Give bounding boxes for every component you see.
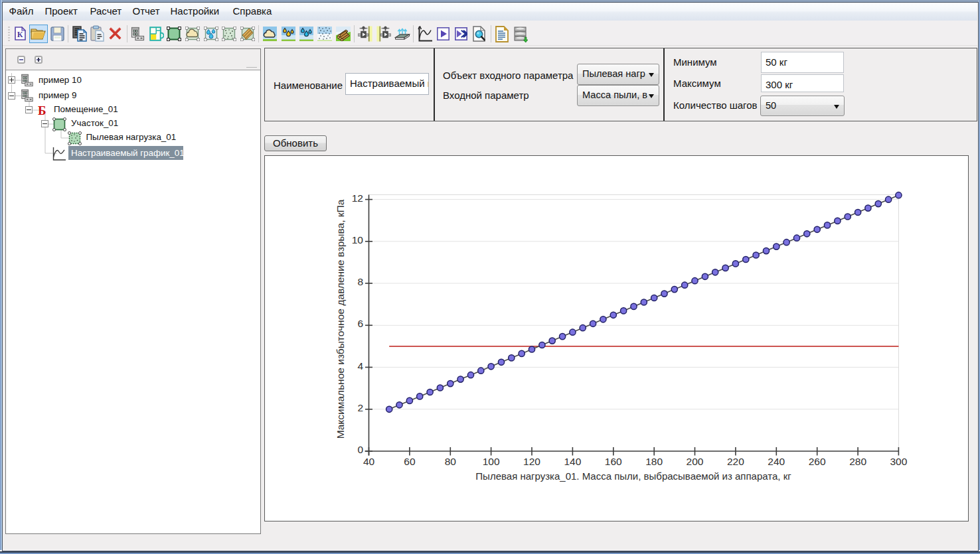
- svg-text:0: 0: [357, 444, 363, 455]
- svg-text:300: 300: [890, 456, 907, 467]
- svg-text:200: 200: [687, 456, 704, 467]
- svg-text:Максимальное избыточное давлен: Максимальное избыточное давление взрыва,…: [335, 199, 346, 439]
- svg-text:220: 220: [727, 456, 744, 467]
- svg-text:280: 280: [849, 456, 866, 467]
- svg-text:8: 8: [357, 276, 363, 287]
- svg-text:2: 2: [357, 402, 363, 413]
- svg-text:10: 10: [352, 234, 364, 245]
- svg-text:260: 260: [809, 456, 826, 467]
- svg-text:160: 160: [605, 456, 622, 467]
- svg-text:80: 80: [445, 456, 457, 467]
- svg-text:100: 100: [483, 456, 500, 467]
- svg-text:4: 4: [357, 360, 363, 372]
- svg-text:К: К: [17, 30, 23, 39]
- svg-text:40: 40: [363, 456, 375, 467]
- svg-text:120: 120: [523, 456, 540, 467]
- svg-text:60: 60: [404, 456, 416, 467]
- svg-text:12: 12: [352, 192, 363, 204]
- svg-text:180: 180: [645, 456, 663, 467]
- svg-text:6: 6: [357, 318, 363, 329]
- svg-text:Пылевая нагрузка_01. Масса пыл: Пылевая нагрузка_01. Масса пыли, выбрасы…: [475, 470, 791, 482]
- svg-text:140: 140: [564, 456, 581, 467]
- svg-text:240: 240: [768, 456, 785, 467]
